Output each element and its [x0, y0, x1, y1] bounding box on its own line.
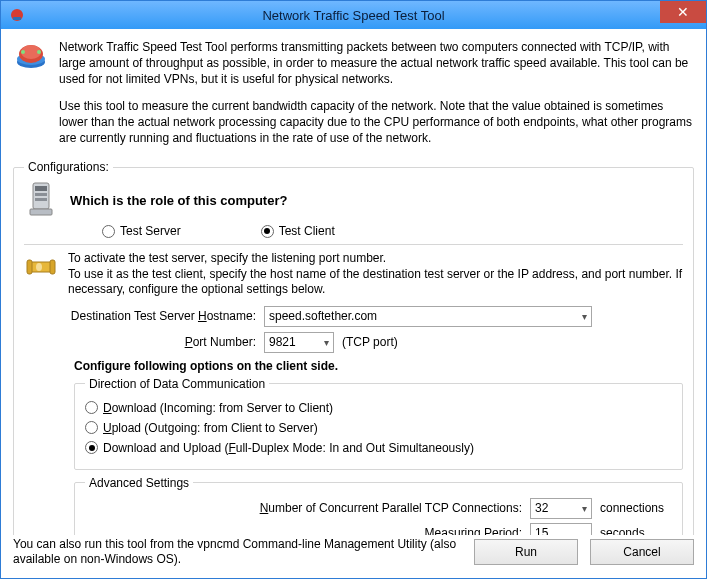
connections-label: Number of Concurrent Parallel TCP Connec…	[260, 501, 522, 515]
role-server-radio[interactable]: Test Server	[102, 224, 181, 238]
hostname-value: speed.softether.com	[269, 309, 377, 323]
port-combo[interactable]: 9821 ▾	[264, 332, 334, 353]
connections-value: 32	[535, 501, 548, 515]
svg-rect-11	[35, 198, 47, 201]
direction-full-radio[interactable]: Download and Upload (Full-Duplex Mode: I…	[85, 441, 672, 455]
svg-point-7	[37, 50, 41, 54]
footer-note: You can also run this tool from the vpnc…	[13, 537, 462, 568]
hostname-label: Destination Test Server Hostname:	[24, 309, 256, 323]
advanced-legend: Advanced Settings	[85, 476, 193, 490]
hostname-combo[interactable]: speed.softether.com ▾	[264, 306, 592, 327]
role-client-label: Test Client	[279, 224, 335, 238]
instructions-text: To activate the test server, specify the…	[68, 251, 683, 298]
pipe-icon	[24, 251, 58, 285]
svg-rect-9	[35, 186, 47, 191]
intro-paragraph-2: Use this tool to measure the current ban…	[59, 98, 694, 147]
svg-point-16	[36, 263, 42, 271]
window-title: Network Traffic Speed Test Tool	[1, 8, 706, 23]
dialog-body: Network Traffic Speed Test Tool performs…	[1, 29, 706, 535]
direction-group: Direction of Data Communication Download…	[74, 377, 683, 470]
run-button[interactable]: Run	[474, 539, 578, 565]
direction-upload-label: Upload (Outgoing: from Client to Server)	[103, 421, 318, 435]
divider	[24, 244, 683, 245]
close-button[interactable]: ✕	[660, 1, 706, 23]
radio-icon	[85, 421, 98, 434]
period-value: 15	[535, 526, 548, 534]
svg-rect-12	[30, 209, 52, 215]
svg-rect-1	[13, 17, 21, 20]
advanced-group: Advanced Settings Number of Concurrent P…	[74, 476, 683, 535]
svg-rect-14	[27, 260, 32, 274]
direction-download-radio[interactable]: Download (Incoming: from Server to Clien…	[85, 401, 672, 415]
dialog-window: Network Traffic Speed Test Tool ✕ Networ…	[0, 0, 707, 579]
direction-upload-radio[interactable]: Upload (Outgoing: from Client to Server)	[85, 421, 672, 435]
radio-icon	[261, 225, 274, 238]
port-hint: (TCP port)	[342, 335, 398, 349]
port-label: Port Number:	[24, 335, 256, 349]
role-server-label: Test Server	[120, 224, 181, 238]
period-suffix: seconds	[600, 526, 672, 534]
client-options-heading: Configure following options on the clien…	[74, 359, 683, 373]
period-label: Measuring Period:	[425, 526, 522, 534]
radio-icon	[85, 401, 98, 414]
period-input[interactable]: 15	[530, 523, 592, 535]
app-title-icon	[9, 7, 25, 23]
role-client-radio[interactable]: Test Client	[261, 224, 335, 238]
app-icon	[13, 39, 49, 75]
chevron-down-icon: ▾	[576, 503, 587, 514]
intro-paragraph-1: Network Traffic Speed Test Tool performs…	[59, 39, 694, 88]
computer-icon	[24, 180, 58, 220]
chevron-down-icon: ▾	[318, 337, 329, 348]
svg-rect-15	[50, 260, 55, 274]
chevron-down-icon: ▾	[576, 311, 587, 322]
direction-full-label: Download and Upload (Full-Duplex Mode: I…	[103, 441, 474, 455]
radio-icon	[102, 225, 115, 238]
close-icon: ✕	[677, 4, 689, 20]
radio-icon	[85, 441, 98, 454]
footer: You can also run this tool from the vpnc…	[1, 537, 706, 578]
svg-point-6	[21, 50, 25, 54]
configurations-group: Configurations: Which is the role of thi…	[13, 160, 694, 535]
port-value: 9821	[269, 335, 296, 349]
svg-rect-10	[35, 193, 47, 196]
role-question: Which is the role of this computer?	[70, 193, 287, 208]
configurations-legend: Configurations:	[24, 160, 113, 174]
direction-legend: Direction of Data Communication	[85, 377, 269, 391]
connections-combo[interactable]: 32 ▾	[530, 498, 592, 519]
instructions-line2: To use it as the test client, specify th…	[68, 267, 683, 298]
connections-suffix: connections	[600, 501, 672, 515]
titlebar[interactable]: Network Traffic Speed Test Tool ✕	[1, 1, 706, 29]
instructions-line1: To activate the test server, specify the…	[68, 251, 683, 267]
intro-text: Network Traffic Speed Test Tool performs…	[59, 39, 694, 156]
cancel-button[interactable]: Cancel	[590, 539, 694, 565]
direction-download-label: Download (Incoming: from Server to Clien…	[103, 401, 333, 415]
